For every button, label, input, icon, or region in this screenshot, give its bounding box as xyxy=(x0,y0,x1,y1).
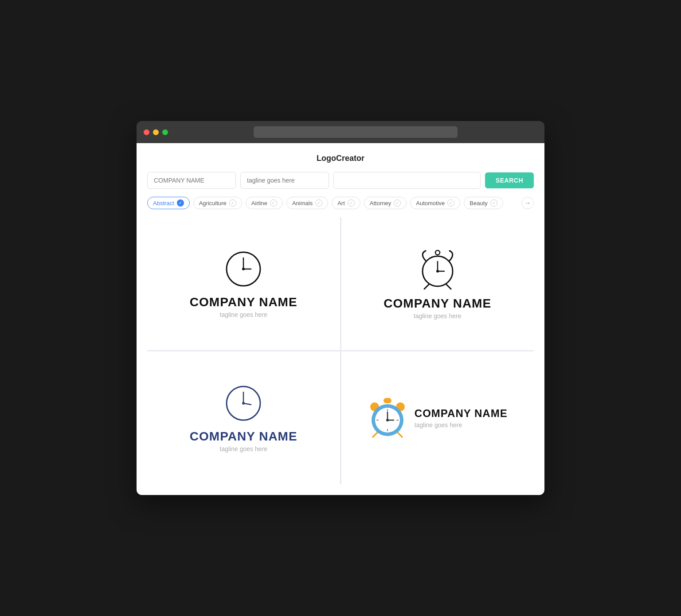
category-art[interactable]: Art xyxy=(332,197,360,209)
keyword-input[interactable] xyxy=(333,172,481,189)
traffic-light-red[interactable] xyxy=(144,129,149,135)
search-button[interactable]: SEARCH xyxy=(485,172,534,188)
svg-line-4 xyxy=(424,285,429,289)
browser-content: LogoCreator COMPANY NAME tagline goes he… xyxy=(137,143,544,495)
category-agriculture[interactable]: Agriculture xyxy=(193,197,242,209)
category-airline[interactable]: Airline xyxy=(246,197,283,209)
category-airline-label: Airline xyxy=(251,200,267,207)
category-attorney[interactable]: Attorney xyxy=(364,197,407,209)
abstract-check-icon xyxy=(177,199,184,207)
traffic-light-yellow[interactable] xyxy=(153,129,159,135)
logo-3-tagline: tagline goes here xyxy=(220,445,267,452)
alarm-colored-icon xyxy=(368,396,407,440)
svg-point-10 xyxy=(436,270,439,273)
svg-point-24 xyxy=(386,419,389,421)
category-animals[interactable]: Animals xyxy=(286,197,328,209)
agriculture-check-icon xyxy=(229,199,236,207)
animals-check-icon xyxy=(315,199,322,207)
traffic-lights xyxy=(144,129,168,135)
logo-card-2[interactable]: COMPANY NAME tagline goes here xyxy=(341,217,534,350)
svg-rect-19 xyxy=(384,398,391,403)
svg-line-5 xyxy=(446,285,451,289)
beauty-check-icon xyxy=(490,199,497,207)
tagline-input[interactable]: tagline goes here xyxy=(240,172,329,189)
alarm-outline-icon-1 xyxy=(418,248,458,290)
category-abstract-label: Abstract xyxy=(153,200,174,207)
logo-4-text-group: COMPANY NAME tagline goes here xyxy=(415,407,508,429)
traffic-light-green[interactable] xyxy=(162,129,168,135)
category-art-label: Art xyxy=(337,200,345,207)
logo-grid: COMPANY NAME tagline goes here xyxy=(147,217,534,484)
logo-card-3[interactable]: COMPANY NAME tagline goes here xyxy=(147,351,340,484)
search-bar: COMPANY NAME tagline goes here SEARCH xyxy=(147,172,534,189)
art-check-icon xyxy=(348,199,355,207)
category-animals-label: Animals xyxy=(292,200,313,207)
browser-titlebar xyxy=(137,121,544,143)
logo-2-company-name: COMPANY NAME xyxy=(384,296,491,311)
address-bar xyxy=(254,126,458,138)
logo-card-1[interactable]: COMPANY NAME tagline goes here xyxy=(147,217,340,350)
app-title: LogoCreator xyxy=(147,154,534,163)
category-attorney-label: Attorney xyxy=(370,200,391,207)
svg-point-3 xyxy=(242,268,245,270)
category-agriculture-label: Agriculture xyxy=(199,200,227,207)
logo-4-tagline: tagline goes here xyxy=(415,421,508,429)
svg-point-14 xyxy=(242,402,245,405)
clock-outline-icon-1 xyxy=(223,249,263,289)
category-abstract[interactable]: Abstract xyxy=(147,197,190,209)
svg-point-6 xyxy=(435,250,440,255)
logo-card-4[interactable]: COMPANY NAME tagline goes here xyxy=(341,351,534,484)
airline-check-icon xyxy=(270,199,277,207)
category-beauty[interactable]: Beauty xyxy=(464,197,503,209)
browser-window: LogoCreator COMPANY NAME tagline goes he… xyxy=(137,121,544,495)
logo-1-tagline: tagline goes here xyxy=(220,311,267,318)
attorney-check-icon xyxy=(394,199,401,207)
category-automotive[interactable]: Automotive xyxy=(410,197,460,209)
company-name-input[interactable]: COMPANY NAME xyxy=(147,172,236,189)
logo-3-company-name: COMPANY NAME xyxy=(190,429,297,444)
logo-4-company-name: COMPANY NAME xyxy=(415,407,508,420)
category-automotive-label: Automotive xyxy=(416,200,445,207)
logo-2-tagline: tagline goes here xyxy=(414,312,461,320)
categories-next-arrow[interactable]: → xyxy=(521,197,534,209)
clock-outline-icon-2 xyxy=(223,383,263,423)
categories-bar: Abstract Agriculture Airline Animals Art… xyxy=(147,197,534,209)
svg-line-15 xyxy=(373,433,377,437)
logo-1-company-name: COMPANY NAME xyxy=(190,295,297,309)
svg-line-16 xyxy=(398,433,402,437)
automotive-check-icon xyxy=(447,199,454,207)
category-beauty-label: Beauty xyxy=(470,200,487,207)
